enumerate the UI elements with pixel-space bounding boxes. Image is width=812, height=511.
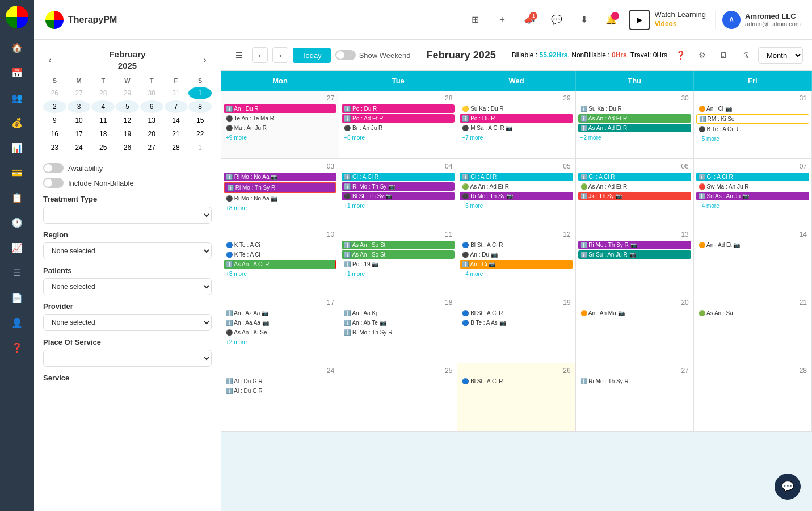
cal-event[interactable]: ℹ️ Su Ka : Du R xyxy=(578,104,691,113)
cal-event[interactable]: ℹ️ An : Ab Te 📷 xyxy=(342,319,455,327)
cal-event[interactable]: 🔵 B Te : A As 📷 xyxy=(460,319,573,327)
cal-event[interactable]: 🟢 As An : Sa xyxy=(696,309,809,317)
mini-day[interactable]: 19 xyxy=(116,128,139,140)
more-link[interactable]: +5 more xyxy=(696,135,809,143)
cal-event[interactable]: ℹ️ Al : Du G R xyxy=(224,377,336,386)
mini-day[interactable]: 27 xyxy=(140,141,163,154)
mini-day[interactable]: 24 xyxy=(68,141,91,154)
cal-event[interactable]: ℹ️ Sr Su : An Ju R 📷 xyxy=(578,250,691,259)
mini-cal-prev[interactable]: ‹ xyxy=(43,53,57,67)
mini-day[interactable]: 30 xyxy=(140,87,163,99)
more-link[interactable]: +4 more xyxy=(696,202,809,210)
print-icon[interactable]: 🖨 xyxy=(737,47,754,64)
cal-prev-btn[interactable]: ‹ xyxy=(252,47,268,63)
nav-clients-icon[interactable]: 👥 xyxy=(7,87,27,108)
cal-event[interactable]: ℹ️ As An : A Ci R xyxy=(224,260,336,269)
cal-event[interactable]: ℹ️ Ri Mo : Th Sy R 📷 xyxy=(578,241,691,249)
more-link[interactable]: +8 more xyxy=(342,133,455,142)
nav-home-icon[interactable]: 🏠 xyxy=(7,37,27,58)
mini-day[interactable]: 26 xyxy=(43,87,66,99)
nav-tasks-icon[interactable]: 📋 xyxy=(7,187,27,208)
mini-day[interactable]: 22 xyxy=(188,128,212,140)
mini-day[interactable]: 23 xyxy=(43,141,66,154)
more-link[interactable]: +8 more xyxy=(224,204,336,212)
play-icon[interactable]: ▶ xyxy=(629,10,650,30)
cal-event[interactable]: ℹ️ An : Aa Kj xyxy=(342,309,455,317)
nav-billing-icon[interactable]: 💰 xyxy=(7,112,27,133)
cal-event[interactable]: 🔵 Bl St : A Ci R xyxy=(460,309,573,317)
cal-event[interactable]: ℹ️ Po : Ad Et R xyxy=(342,114,455,123)
cal-event[interactable]: ⚫ Ma : An Ju R xyxy=(224,124,336,132)
cal-event[interactable]: ℹ️ Gi : A Ci R xyxy=(342,173,455,181)
mini-day[interactable]: 31 xyxy=(165,87,188,99)
today-button[interactable]: Today xyxy=(293,48,331,63)
mini-day[interactable]: 28 xyxy=(91,87,115,99)
cal-event[interactable]: ℹ️ Ri Mo : No Aa 📷 xyxy=(224,173,336,181)
mini-day[interactable]: 12 xyxy=(116,114,139,127)
more-link[interactable]: +3 more xyxy=(224,270,336,278)
cal-event[interactable]: ℹ️ An : Ci 📷 xyxy=(460,260,573,269)
add-icon[interactable]: ＋ xyxy=(493,11,511,29)
month-view-select[interactable]: Month xyxy=(758,47,803,64)
expand-icon[interactable]: ⊞ xyxy=(466,11,484,29)
mini-day[interactable]: 18 xyxy=(91,128,115,140)
cal-event[interactable]: ℹ️ Gi : A Ci R xyxy=(578,173,691,181)
cal-event[interactable]: ℹ️ Ri Mo : Th Sy R xyxy=(224,182,336,193)
mini-day[interactable]: 27 xyxy=(68,87,91,99)
mini-cal-next[interactable]: › xyxy=(198,53,212,67)
nav-help-icon[interactable]: ❓ xyxy=(7,337,27,358)
nav-reports-icon[interactable]: 📊 xyxy=(7,137,27,158)
more-link[interactable]: +1 more xyxy=(342,202,455,210)
cal-event[interactable]: ℹ️ Gi : A Ci R xyxy=(460,173,573,181)
cal-event[interactable]: ℹ️ As An : Ad Et R xyxy=(578,114,691,123)
cal-event[interactable]: 🔵 K Te : A Ci xyxy=(224,250,336,259)
mini-day[interactable]: 6 xyxy=(140,100,163,113)
settings-icon[interactable]: ⚙ xyxy=(693,47,710,64)
mini-day[interactable]: 13 xyxy=(140,114,163,127)
cal-event[interactable]: 🔵 Bl St : A Ci R xyxy=(460,241,573,249)
nav-list-icon[interactable]: 📄 xyxy=(7,287,27,308)
more-link[interactable]: +4 more xyxy=(460,270,573,278)
cal-event[interactable]: 🟠 An : Ci 📷 xyxy=(696,104,809,113)
cal-event[interactable]: 🔵 K Te : A Ci xyxy=(224,241,336,249)
help-icon[interactable]: ❓ xyxy=(672,47,689,64)
provider-select[interactable]: None selected xyxy=(43,314,212,331)
nav-users-icon[interactable]: 👤 xyxy=(7,312,27,333)
cal-event[interactable]: ℹ️ Ri Mo : Th Sy R xyxy=(578,377,691,386)
more-link[interactable]: +7 more xyxy=(460,133,573,142)
cal-event[interactable]: ⚫ M Sa : A Ci R 📷 xyxy=(460,124,573,132)
mini-day[interactable]: 29 xyxy=(116,87,139,99)
cal-event[interactable]: ℹ️ Po : Du R xyxy=(342,104,455,113)
mini-day[interactable]: 4 xyxy=(91,100,115,113)
menu-icon[interactable]: ☰ xyxy=(230,47,247,64)
mini-day[interactable]: 14 xyxy=(165,114,188,127)
cal-event[interactable]: ⚫ As An : Ki Se xyxy=(224,328,336,337)
mini-day[interactable]: 28 xyxy=(165,141,188,154)
mini-day[interactable]: 21 xyxy=(165,128,188,140)
cal-event[interactable]: ⚫ Br : An Ju R xyxy=(342,124,455,132)
mini-day[interactable]: 11 xyxy=(91,114,115,127)
cal-event[interactable]: 🔴 Sw Ma : An Ju R xyxy=(696,182,809,191)
cal-event[interactable]: ℹ️ Ri Mo : Th Sy 📷 xyxy=(342,182,455,191)
cal-event[interactable]: 🟢 As An : Ad Et R xyxy=(578,182,691,191)
cal-event[interactable]: ℹ️ An : Az Aa 📷 xyxy=(224,309,336,317)
mini-day[interactable]: 7 xyxy=(165,100,188,113)
mini-day[interactable]: 26 xyxy=(116,141,139,154)
cal-event[interactable]: ⚫ Bl St : Th Sy 📷 xyxy=(342,192,455,200)
cal-next-btn[interactable]: › xyxy=(272,47,288,63)
cal-event[interactable]: ℹ️ An : Du R xyxy=(224,104,336,113)
mini-day[interactable]: 8 xyxy=(188,100,212,113)
cal-event[interactable]: ℹ️ Jk : Th Sy 📷 xyxy=(578,192,691,200)
cal-event[interactable]: 🟠 An : Ad Et 📷 xyxy=(696,241,809,249)
cal-event[interactable]: ℹ️ Po : Du R xyxy=(460,114,573,123)
cal-event[interactable]: ⚫ B Te : A Ci R xyxy=(696,125,809,133)
treatment-type-select[interactable] xyxy=(43,207,212,224)
cal-event[interactable]: ℹ️ RM : Ki Se xyxy=(696,114,809,124)
patients-select[interactable]: None selected xyxy=(43,278,212,295)
weekend-toggle[interactable] xyxy=(335,50,356,60)
more-link[interactable]: +2 more xyxy=(578,133,691,142)
mini-day[interactable]: 1 xyxy=(188,141,212,154)
bell-icon[interactable]: 🔔 xyxy=(602,11,620,29)
cal-event[interactable]: ℹ️ As An : Ad Et R xyxy=(578,124,691,132)
cal-event[interactable]: 🟠 An : An Ma 📷 xyxy=(578,309,691,317)
